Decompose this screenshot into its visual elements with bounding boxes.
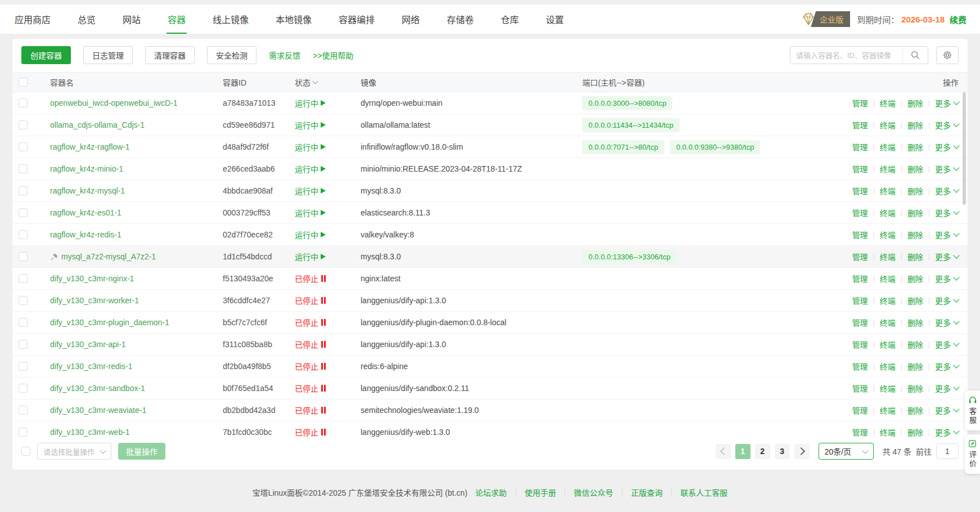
row-checkbox[interactable] xyxy=(19,428,28,437)
page-number-button[interactable]: 2 xyxy=(755,444,770,459)
delete-link[interactable]: 删除 xyxy=(907,317,923,328)
delete-link[interactable]: 删除 xyxy=(907,141,923,152)
delete-link[interactable]: 删除 xyxy=(907,229,923,240)
nav-item[interactable]: 设置 xyxy=(545,5,565,34)
delete-link[interactable]: 删除 xyxy=(907,97,923,109)
terminal-link[interactable]: 终端 xyxy=(880,383,896,394)
more-link[interactable]: 更多 xyxy=(935,405,959,416)
delete-link[interactable]: 删除 xyxy=(907,361,923,372)
nav-item[interactable]: 仓库 xyxy=(500,5,520,34)
row-checkbox[interactable] xyxy=(19,142,28,151)
footer-link[interactable]: 联系人工客服 xyxy=(680,487,727,498)
manage-link[interactable]: 管理 xyxy=(852,185,868,196)
nav-item[interactable]: 容器 xyxy=(167,5,187,34)
delete-link[interactable]: 删除 xyxy=(907,405,923,416)
row-checkbox[interactable] xyxy=(19,296,28,305)
container-name-link[interactable]: mysql_a7z2-mysql_A7z2-1 xyxy=(61,252,156,261)
container-name-link[interactable]: dify_v130_c3mr-web-1 xyxy=(50,428,130,437)
container-name-link[interactable]: dify_v130_c3mr-sandbox-1 xyxy=(50,384,145,393)
footer-link[interactable]: 微信公众号 xyxy=(574,487,613,498)
row-checkbox[interactable] xyxy=(19,230,28,239)
manage-link[interactable]: 管理 xyxy=(852,405,868,416)
manage-link[interactable]: 管理 xyxy=(852,426,868,437)
terminal-link[interactable]: 终端 xyxy=(880,119,896,131)
create-container-button[interactable]: 创建容器 xyxy=(21,46,71,64)
delete-link[interactable]: 删除 xyxy=(907,251,923,262)
select-all-checkbox[interactable] xyxy=(19,78,28,87)
terminal-link[interactable]: 终端 xyxy=(880,273,896,284)
row-checkbox[interactable] xyxy=(19,120,28,129)
customer-service-widget[interactable]: 客服 xyxy=(965,390,980,430)
container-name-link[interactable]: ragflow_kr4z-ragflow-1 xyxy=(50,142,130,151)
renew-link[interactable]: 续费 xyxy=(950,14,966,25)
nav-item[interactable]: 本地镜像 xyxy=(275,5,313,34)
delete-link[interactable]: 删除 xyxy=(907,426,923,437)
container-name-link[interactable]: dify_v130_c3mr-weaviate-1 xyxy=(50,406,146,415)
terminal-link[interactable]: 终端 xyxy=(880,426,896,437)
search-button[interactable] xyxy=(902,47,928,64)
manage-link[interactable]: 管理 xyxy=(852,229,868,240)
row-checkbox[interactable] xyxy=(19,164,28,173)
batch-operation-button[interactable]: 批量操作 xyxy=(118,443,165,460)
more-link[interactable]: 更多 xyxy=(935,273,959,284)
goto-page-input[interactable] xyxy=(936,443,959,459)
footer-link[interactable]: 论坛求助 xyxy=(475,487,507,498)
terminal-link[interactable]: 终端 xyxy=(880,317,896,328)
page-number-button[interactable]: 1 xyxy=(735,444,750,459)
terminal-link[interactable]: 终端 xyxy=(880,185,896,196)
row-checkbox[interactable] xyxy=(19,384,28,393)
row-checkbox[interactable] xyxy=(19,340,28,349)
table-scrollbar[interactable] xyxy=(963,92,966,205)
delete-link[interactable]: 删除 xyxy=(907,163,923,174)
header-status-filter[interactable]: 状态 xyxy=(293,77,358,88)
nav-item[interactable]: 容器编排 xyxy=(338,5,376,34)
terminal-link[interactable]: 终端 xyxy=(880,163,896,174)
manage-link[interactable]: 管理 xyxy=(852,339,868,350)
manage-link[interactable]: 管理 xyxy=(852,361,868,372)
more-link[interactable]: 更多 xyxy=(935,185,959,196)
more-link[interactable]: 更多 xyxy=(935,141,959,152)
nav-item[interactable]: 存储卷 xyxy=(446,5,475,34)
delete-link[interactable]: 删除 xyxy=(907,339,923,350)
more-link[interactable]: 更多 xyxy=(935,317,959,328)
manage-link[interactable]: 管理 xyxy=(852,295,868,306)
more-link[interactable]: 更多 xyxy=(935,229,959,240)
container-name-link[interactable]: dify_v130_c3mr-api-1 xyxy=(50,340,126,349)
manage-link[interactable]: 管理 xyxy=(852,273,868,284)
terminal-link[interactable]: 终端 xyxy=(880,141,896,152)
row-checkbox[interactable] xyxy=(19,98,28,107)
manage-link[interactable]: 管理 xyxy=(852,119,868,131)
more-link[interactable]: 更多 xyxy=(935,163,959,174)
more-link[interactable]: 更多 xyxy=(935,119,959,131)
log-manage-button[interactable]: 日志管理 xyxy=(83,46,133,64)
container-name-link[interactable]: dify_v130_c3mr-worker-1 xyxy=(50,296,139,305)
row-checkbox[interactable] xyxy=(19,362,28,371)
terminal-link[interactable]: 终端 xyxy=(880,229,896,240)
settings-button[interactable] xyxy=(936,46,959,64)
more-link[interactable]: 更多 xyxy=(935,207,959,218)
container-name-link[interactable]: ragflow_kr4z-es01-1 xyxy=(50,208,122,217)
terminal-link[interactable]: 终端 xyxy=(880,339,896,350)
help-link[interactable]: >>使用帮助 xyxy=(313,50,353,61)
row-checkbox[interactable] xyxy=(19,406,28,415)
container-name-link[interactable]: dify_v130_c3mr-redis-1 xyxy=(50,362,132,371)
page-size-select[interactable]: 20条/页 xyxy=(819,443,874,460)
row-checkbox[interactable] xyxy=(19,252,28,261)
manage-link[interactable]: 管理 xyxy=(852,141,868,152)
terminal-link[interactable]: 终端 xyxy=(880,97,896,109)
page-number-button[interactable]: 3 xyxy=(775,444,790,459)
container-name-link[interactable]: ragflow_kr4z-mysql-1 xyxy=(50,186,125,195)
manage-link[interactable]: 管理 xyxy=(852,383,868,394)
manage-link[interactable]: 管理 xyxy=(852,207,868,218)
manage-link[interactable]: 管理 xyxy=(852,163,868,174)
delete-link[interactable]: 删除 xyxy=(907,383,923,394)
nav-item[interactable]: 线上镜像 xyxy=(212,5,250,34)
more-link[interactable]: 更多 xyxy=(935,361,959,372)
security-check-button[interactable]: 安全检测 xyxy=(207,46,257,64)
nav-item[interactable]: 总览 xyxy=(77,5,97,34)
footer-link[interactable]: 正版查询 xyxy=(631,487,663,498)
nav-item[interactable]: 网站 xyxy=(122,5,142,34)
batch-select-all-checkbox[interactable] xyxy=(21,447,30,456)
container-name-link[interactable]: dify_v130_c3mr-plugin_daemon-1 xyxy=(50,318,169,327)
terminal-link[interactable]: 终端 xyxy=(880,251,896,262)
